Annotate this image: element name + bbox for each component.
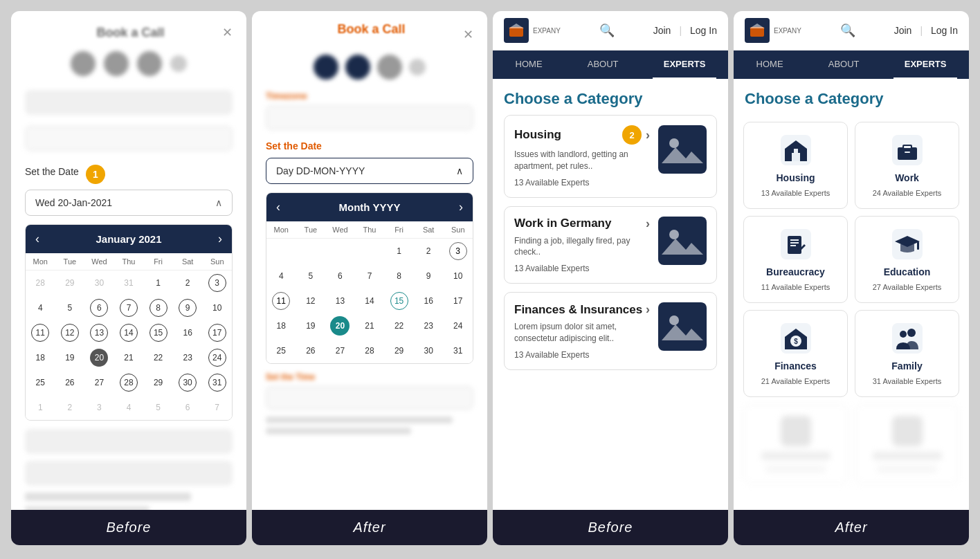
category-card-housing[interactable]: Housing 2 › Issues with landlord, gettin… — [504, 115, 717, 198]
cal-cell[interactable]: 7 — [213, 398, 221, 417]
nav-join-4[interactable]: Join — [894, 25, 912, 36]
cal-cell[interactable]: 18 — [275, 316, 287, 336]
cal-cell[interactable]: 27 — [93, 373, 105, 392]
tab-about-4[interactable]: ABOUT — [817, 51, 871, 79]
date-input-box[interactable]: Wed 20-Jan-2021 ∧ — [25, 190, 233, 216]
cal-cell[interactable]: 25 — [35, 373, 46, 392]
cal-cell[interactable]: 1 — [154, 273, 162, 293]
cal-cell[interactable]: 16 — [181, 323, 193, 342]
cal-cell[interactable]: 29 — [393, 341, 405, 360]
cal-cell[interactable]: 1 — [395, 241, 403, 261]
cal-cell[interactable]: 21 — [122, 348, 134, 367]
cal-cell[interactable]: 13 — [334, 291, 346, 311]
cal-cell[interactable]: 19 — [64, 348, 75, 367]
cal-cell[interactable]: 24 — [452, 316, 464, 336]
cal-cell-circled[interactable]: 31 — [208, 374, 226, 392]
grid-card-finances[interactable]: $ Finances 21 Available Experts — [743, 310, 848, 397]
search-icon[interactable]: 🔍 — [599, 23, 615, 38]
cal-cell[interactable]: 28 — [35, 273, 46, 293]
cal-cell[interactable]: 29 — [64, 273, 75, 293]
close-button-2[interactable]: ✕ — [463, 27, 473, 42]
cal-cell-circled-teal[interactable]: 15 — [390, 292, 408, 310]
cal-cell[interactable]: 28 — [363, 341, 375, 360]
cal-cell[interactable]: 2 — [66, 398, 74, 417]
cal-cell[interactable]: 30 — [93, 273, 105, 293]
cal-cell[interactable]: 27 — [334, 341, 346, 360]
cal2-prev-button[interactable]: ‹ — [276, 200, 280, 214]
cal-cell[interactable]: 22 — [393, 316, 405, 336]
grid-card-education[interactable]: Education 27 Available Experts — [855, 216, 959, 303]
cal-cell[interactable]: 6 — [184, 398, 192, 417]
tab-home-4[interactable]: HOME — [745, 51, 795, 79]
cal-cell[interactable]: 5 — [307, 266, 315, 286]
panel2-date-input[interactable]: Day DD-MON-YYYY ∧ — [266, 158, 473, 184]
cal-cell[interactable]: 22 — [152, 348, 164, 367]
cal-next-button[interactable]: › — [218, 232, 222, 246]
grid-card-housing[interactable]: Housing 13 Available Experts — [743, 122, 848, 209]
cal-cell-circled[interactable]: 8 — [149, 299, 167, 317]
cal-cell[interactable]: 18 — [35, 348, 46, 367]
cal-cell-circled[interactable]: 14 — [120, 324, 138, 342]
cal-cell[interactable]: 23 — [422, 316, 434, 336]
cal-cell-circled[interactable]: 15 — [149, 324, 167, 342]
cal-cell-circled[interactable]: 12 — [61, 324, 79, 342]
cal-cell[interactable]: 3 — [96, 398, 103, 417]
cal-cell[interactable]: 9 — [425, 266, 433, 286]
grid-card-work[interactable]: Work 24 Available Experts — [855, 122, 959, 209]
nav-login[interactable]: Log In — [690, 25, 717, 36]
grid-card-bureaucracy[interactable]: Bureaucracy 11 Available Experts — [743, 216, 848, 303]
cal-cell-circled[interactable]: 3 — [449, 242, 467, 260]
cal-cell[interactable]: 26 — [64, 373, 75, 392]
cal-cell[interactable]: 4 — [278, 266, 285, 286]
cal2-next-button[interactable]: › — [459, 200, 463, 214]
cal-cell[interactable]: 26 — [305, 341, 316, 360]
cal-cell[interactable]: 17 — [452, 291, 464, 311]
search-icon-4[interactable]: 🔍 — [840, 23, 855, 38]
cal-cell-circled[interactable]: 13 — [90, 324, 108, 342]
cal-cell[interactable]: 6 — [336, 266, 344, 286]
cal-cell[interactable]: 31 — [122, 273, 134, 293]
cal-cell-selected[interactable]: 20 — [90, 349, 108, 367]
cal-cell[interactable]: 23 — [181, 348, 193, 367]
nav-join[interactable]: Join — [653, 25, 671, 36]
cal-cell[interactable]: 12 — [305, 291, 316, 311]
cal-cell-circled[interactable]: 3 — [208, 274, 226, 292]
tab-experts-4[interactable]: EXPERTS — [893, 51, 958, 79]
cal-prev-button[interactable]: ‹ — [35, 232, 39, 246]
cal-cell-circled[interactable]: 11 — [31, 324, 49, 342]
cal-cell[interactable]: 5 — [66, 298, 74, 318]
tab-home[interactable]: HOME — [505, 51, 554, 79]
cal-cell[interactable]: 2 — [425, 241, 433, 261]
cal-cell-circled[interactable]: 11 — [272, 292, 290, 310]
cal-cell[interactable]: 19 — [305, 316, 316, 336]
cal-cell[interactable]: 21 — [363, 316, 375, 336]
tab-experts[interactable]: EXPERTS — [653, 51, 717, 79]
cal-cell[interactable]: 14 — [363, 291, 375, 311]
cal-cell-circled[interactable]: 30 — [179, 374, 197, 392]
cal-cell[interactable]: 29 — [152, 373, 164, 392]
tab-about[interactable]: ABOUT — [577, 51, 630, 79]
category-card-work[interactable]: Work in Germany › Finding a job, illegal… — [504, 206, 717, 284]
cal-cell[interactable]: 7 — [366, 266, 374, 286]
cal-cell[interactable]: 10 — [452, 266, 464, 286]
cal-cell-circled[interactable]: 7 — [120, 299, 138, 317]
cal-cell[interactable]: 5 — [154, 398, 162, 417]
cal-cell[interactable]: 25 — [275, 341, 287, 360]
cal-cell[interactable]: 2 — [184, 273, 192, 293]
cal-cell[interactable]: 10 — [211, 298, 223, 318]
cal-cell[interactable]: 1 — [37, 398, 44, 417]
cal-cell-circled[interactable]: 6 — [90, 299, 108, 317]
cal-cell[interactable]: 4 — [125, 398, 133, 417]
close-button[interactable]: ✕ — [222, 25, 233, 40]
category-card-finances[interactable]: Finances & Insurances › Lorem ipsum dolo… — [504, 292, 717, 370]
cal-cell[interactable]: 30 — [422, 341, 434, 360]
cal-cell-selected-teal[interactable]: 20 — [330, 316, 350, 336]
cal-cell-circled[interactable]: 24 — [208, 349, 226, 367]
cal-cell-circled[interactable]: 17 — [208, 324, 226, 342]
cal-cell[interactable]: 4 — [37, 298, 44, 318]
grid-card-family[interactable]: Family 31 Available Experts — [855, 310, 959, 397]
cal-cell[interactable]: 16 — [422, 291, 434, 311]
cal-cell-circled[interactable]: 28 — [120, 374, 138, 392]
cal-cell[interactable]: 8 — [395, 266, 403, 286]
nav-login-4[interactable]: Log In — [931, 25, 958, 36]
